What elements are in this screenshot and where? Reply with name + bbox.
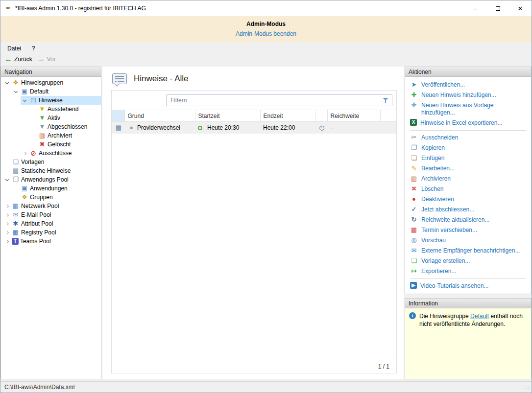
reach-icon: ◷ (318, 124, 326, 132)
info-icon: i (409, 312, 416, 319)
action-deaktivieren[interactable]: ●Deaktivieren (405, 194, 531, 205)
maximize-button[interactable] (486, 0, 509, 16)
registry-pool-icon: ▦ (12, 229, 20, 236)
expander-closed-icon[interactable] (21, 152, 28, 155)
minimize-button[interactable]: – (464, 0, 486, 16)
window-title: *IBI-aws Admin 1.30.0 - registriert für … (15, 5, 146, 12)
tree-item-teams-pool[interactable]: TTeams Pool (1, 237, 101, 246)
column-reach-icon[interactable] (315, 110, 327, 122)
action-loeschen[interactable]: ✖Löschen (405, 184, 531, 194)
expander-closed-icon[interactable] (3, 223, 10, 225)
action-label: Termin verschieben... (421, 227, 477, 234)
information-header: Information (405, 299, 531, 308)
tree-item-e-mail-pool[interactable]: ✉E-Mail Pool (1, 210, 101, 219)
tree-item-registry-pool[interactable]: ▦Registry Pool (1, 228, 101, 237)
filter-funnel-icon[interactable] (383, 97, 388, 103)
tree-item-anwendungs-pool[interactable]: ❐Anwendungs Pool (1, 175, 101, 184)
tree-item-netzwerk-pool[interactable]: ▦Netzwerk Pool (1, 202, 101, 210)
tree-item-label: Abgeschlossen (48, 123, 87, 130)
action-reichweite-aktualisieren[interactable]: ↻Reichweite aktualisieren... (405, 215, 531, 225)
expander-closed-icon[interactable] (3, 240, 10, 243)
expander-closed-icon[interactable] (3, 205, 10, 208)
information-default-link[interactable]: Default (470, 313, 489, 320)
tree-item-content: TTeams Pool (3, 237, 101, 246)
column-reichweite[interactable]: Reichweite (327, 110, 380, 122)
expander-open-icon[interactable] (21, 100, 28, 101)
tree-item-default[interactable]: ▣Default (1, 87, 101, 96)
tree-item-hinweisgruppen[interactable]: ❖Hinweisgruppen (1, 78, 101, 87)
action-neuen-hinweis-hinzufuegen[interactable]: ✚Neuen Hinweis hinzufügen... (405, 90, 531, 100)
menu-item-datei[interactable]: Datei (7, 45, 21, 52)
tree-item-label: Anwendungs Pool (21, 176, 69, 183)
archived-icon: ▥ (38, 132, 46, 139)
filter-pending-icon: ▼ (38, 105, 46, 113)
expander-closed-icon[interactable] (3, 231, 10, 234)
action-kopieren[interactable]: ❐Kopieren (405, 143, 531, 153)
action-termin-verschieben[interactable]: ▦Termin verschieben... (405, 225, 531, 235)
action-archivieren[interactable]: ▥Archivieren (405, 174, 531, 184)
chevron-down-icon (14, 89, 17, 92)
action-hinweise-in-excel-exportieren[interactable]: XHinweise in Excel exportieren... (405, 118, 531, 128)
expander-open-icon[interactable] (3, 82, 10, 84)
back-button[interactable]: ← Zurück (4, 55, 32, 63)
app-window: ✒ *IBI-aws Admin 1.30.0 - registriert fü… (0, 0, 532, 393)
action-vorlage-erstellen[interactable]: ❏Vorlage erstellen... (405, 256, 531, 266)
tree-item-label: Statische Hinweise (21, 167, 71, 174)
content-panel: Hinweise - Alle Grund Startzeit (102, 67, 404, 379)
expander-closed-icon[interactable] (3, 214, 10, 216)
tree-item-label: Netzwerk Pool (21, 203, 59, 209)
titlebar: ✒ *IBI-aws Admin 1.30.0 - registriert fü… (0, 0, 532, 16)
deleted-icon: ✖ (38, 140, 46, 148)
cell-reichweite: - (327, 122, 380, 134)
filter-row (112, 91, 396, 110)
action-neuen-hinweis-aus-vorlage-hinzufuegen[interactable]: ✚Neuen Hinweis aus Vorlage hinzufügen... (405, 100, 531, 118)
tree-item-statische-hinweise[interactable]: ▤Statische Hinweise (1, 166, 101, 175)
action-veroeffentlichen[interactable]: ➤Veröffentlichen... (405, 80, 531, 90)
menu-item-help[interactable]: ? (32, 45, 35, 52)
action-exportieren[interactable]: ↦Exportieren... (405, 266, 531, 277)
action-label: Löschen (421, 185, 443, 193)
resize-grip-icon[interactable]: .:: (523, 384, 530, 391)
admin-mode-exit-link[interactable]: Admin-Modus beenden (236, 30, 296, 37)
reichweite-value: - (330, 124, 332, 131)
add-hint-icon: ✚ (410, 91, 418, 99)
information-body: i Die Hinweisgruppe Default enthält noch… (405, 308, 531, 379)
expander-open-icon[interactable] (3, 179, 10, 181)
column-icon[interactable] (112, 110, 124, 122)
cut-icon: ✂ (410, 134, 418, 141)
action-einfuegen[interactable]: ❏Einfügen (405, 153, 531, 163)
tree-item-archiviert[interactable]: ▥Archiviert (1, 131, 101, 140)
action-externe-empfaenger-benachrichtigen[interactable]: ✉Externe Empfänger benachrichtigen... (405, 246, 531, 256)
tree-item-vorlagen[interactable]: ❏Vorlagen (1, 158, 101, 166)
tree-item-label: Gruppen (30, 194, 53, 201)
action-label: Einfügen (421, 155, 444, 162)
action-bearbeiten[interactable]: ✎Bearbeiten... (405, 163, 531, 174)
forward-icon: → (37, 55, 45, 63)
tree-item-abgeschlossen[interactable]: ▼Abgeschlossen (1, 122, 101, 131)
tree-item-geloescht[interactable]: ✖Gelöscht (1, 140, 101, 149)
chevron-right-icon (5, 204, 8, 208)
expander-open-icon[interactable] (12, 91, 19, 92)
tree-item-hinweise[interactable]: ▤Hinweise (1, 96, 101, 105)
tree-item-ausschluesse[interactable]: ⊘Ausschlüsse (1, 149, 101, 158)
tree-item-aktiv[interactable]: ▼Aktiv (1, 114, 101, 122)
table-row-providerwechsel[interactable]: ▤■ProviderwechselHeute 20:30Heute 22:00◷… (112, 122, 396, 134)
action-vorschau[interactable]: ◎Vorschau (405, 235, 531, 246)
close-button[interactable]: ✕ (509, 0, 532, 16)
action-ausschneiden[interactable]: ✂Ausschneiden (405, 133, 531, 143)
column-endzeit[interactable]: Endzeit (260, 110, 315, 122)
filter-input[interactable] (166, 94, 392, 106)
tree-item-attribut-pool[interactable]: ✱Attribut Pool (1, 219, 101, 228)
hints-table: Grund Startzeit Endzeit Reichweite ▤■Pro… (112, 110, 396, 134)
archive-icon: ▥ (410, 175, 418, 183)
action-video-tutorials-ansehen[interactable]: ▶Video-Tutorials ansehen... (405, 281, 531, 291)
tree-item-ausstehend[interactable]: ▼Ausstehend (1, 105, 101, 114)
tree-item-content: ▦Netzwerk Pool (3, 202, 101, 210)
tree-item-anwendungen[interactable]: ▣Anwendungen (1, 184, 101, 193)
action-jetzt-abschliessen[interactable]: ✓Jetzt abschliessen... (405, 205, 531, 215)
forward-button[interactable]: → Vor (37, 55, 56, 63)
column-startzeit[interactable]: Startzeit (195, 110, 260, 122)
preview-icon: ◎ (410, 236, 418, 244)
column-grund[interactable]: Grund (124, 110, 195, 122)
tree-item-gruppen[interactable]: ❖Gruppen (1, 193, 101, 202)
